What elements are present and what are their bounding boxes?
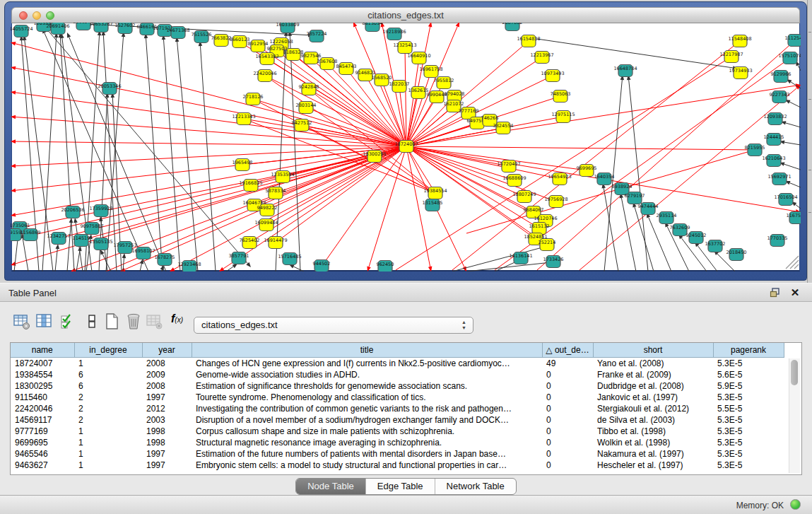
tab-network-table[interactable]: Network Table xyxy=(435,479,516,494)
graph-node-label: 20206536 xyxy=(61,207,84,213)
select-all-icon[interactable] xyxy=(59,313,78,332)
graph-node-label: 18300295 xyxy=(363,151,386,157)
table-scrollbar[interactable] xyxy=(789,358,800,473)
table-column-icon[interactable] xyxy=(35,313,54,332)
column-header-year[interactable]: year xyxy=(142,343,192,358)
graph-node-label: 13505135 xyxy=(89,239,112,245)
graph-node-label: 7955812 xyxy=(434,78,454,83)
graph-node-label: 18807249 xyxy=(512,192,536,197)
column-header-name[interactable]: name xyxy=(11,343,74,358)
graph-node-label: 1640354 xyxy=(594,174,615,180)
graph-node-label: 7515526 xyxy=(192,32,212,37)
graph-node-label: 16099484 xyxy=(254,220,278,226)
graph-node-label: 746266 xyxy=(481,115,499,121)
graph-node-label: 19654923 xyxy=(548,174,571,180)
chevron-up-down-icon: ▲▼ xyxy=(461,320,466,331)
graph-node-label: 10973493 xyxy=(541,71,564,76)
graph-node-label: 1965498 xyxy=(233,160,253,165)
table-panel: Table Panel ✕ xyxy=(0,283,812,514)
sort-asc-icon: △ xyxy=(546,345,552,355)
graph-node-label: 1362615 xyxy=(408,88,429,93)
network-graph: 1872400714055724120355320691406205527610… xyxy=(0,0,812,283)
graph-node-label: 8660123 xyxy=(230,37,250,42)
graph-node-label: 14136141 xyxy=(509,253,532,259)
close-panel-icon[interactable]: ✕ xyxy=(789,286,801,299)
graph-node-label: 1733426 xyxy=(543,257,564,262)
graph-node-label: 3824554 xyxy=(493,123,514,129)
graph-node-label: 1770335 xyxy=(767,235,788,241)
table-row[interactable]: 911546021997Tourette syndrome. Phenomeno… xyxy=(11,392,784,403)
graph-node-label: 1822037 xyxy=(389,81,410,87)
table-panel-title: Table Panel xyxy=(8,288,57,298)
column-header-pagerank[interactable]: pagerank xyxy=(713,343,784,358)
graph-node-label: 962450 xyxy=(377,262,394,267)
graph-node-label: 12975115 xyxy=(551,112,575,117)
graph-node-label: 2087682 xyxy=(502,20,523,25)
column-header-short[interactable]: short xyxy=(593,343,713,358)
graph-node-label: 9794028 xyxy=(445,91,465,97)
graph-node-label: 1167533 xyxy=(787,213,807,218)
application-window: citations_edges.txt 18724007140557241203… xyxy=(0,0,812,514)
graph-node-label: 9227343 xyxy=(770,92,790,98)
column-header-in_degree[interactable]: in_degree xyxy=(74,343,142,358)
rows-icon[interactable] xyxy=(83,313,102,332)
graph-node-label: 20691406 xyxy=(46,23,69,29)
graph-node-label: 9498222 xyxy=(257,205,278,211)
tab-edge-table[interactable]: Edge Table xyxy=(365,479,435,494)
graph-node-label: 8938924 xyxy=(612,184,632,189)
graph-node-label: 16648784 xyxy=(613,66,637,71)
table-row[interactable]: 1830029562008Estimation of significance … xyxy=(11,380,784,392)
graph-node-label: 9242848 xyxy=(299,84,319,90)
graph-node-label: 16154838 xyxy=(517,36,540,42)
graph-node-label: 16914479 xyxy=(264,238,287,243)
graph-node-label: 8427512 xyxy=(292,120,312,126)
right-edge-strip xyxy=(807,0,812,283)
graph-node-label: 17957253 xyxy=(113,243,136,248)
delete-icon[interactable] xyxy=(124,313,143,332)
graph-node-label: 16640910 xyxy=(407,53,430,59)
graph-node-label: 2935114 xyxy=(657,213,677,218)
graph-node-label: 1621072 xyxy=(444,101,464,107)
graph-node-label: 1637702 xyxy=(705,241,726,247)
function-icon[interactable]: f(x) xyxy=(171,313,189,332)
column-header-title[interactable]: title xyxy=(192,343,542,358)
graph-node-label: 19734933 xyxy=(729,68,752,74)
graph-node-label: 9129966 xyxy=(771,71,792,77)
graph-node-label: 9684067 xyxy=(524,207,544,213)
table-row[interactable]: 969969511998Structural magnetic resonanc… xyxy=(11,437,784,448)
graph-node-label: 16033809 xyxy=(276,22,299,28)
graph-node-label: 12226058 xyxy=(269,39,293,45)
graph-node-label: 15751074 xyxy=(778,53,801,59)
graph-node-label: 19218986 xyxy=(382,29,406,35)
table-row[interactable]: 2242004622012Investigating the contribut… xyxy=(11,403,784,414)
tab-node-table[interactable]: Node Table xyxy=(296,479,365,494)
graph-node-label: 944502 xyxy=(313,261,331,267)
table-row[interactable]: 977716911998Corpus callosum shape and si… xyxy=(11,426,784,437)
graph-node-label: 12213343 xyxy=(232,114,255,119)
column-header-out_de[interactable]: △ out_de… xyxy=(542,343,593,358)
new-document-icon[interactable] xyxy=(103,313,122,332)
graph-node-label: 8454743 xyxy=(336,64,357,69)
graph-node-label: 7632609 xyxy=(670,225,690,230)
graph-node-label: 6279197 xyxy=(625,193,645,199)
table-row[interactable]: 946554611997Estimation of the future num… xyxy=(11,448,784,460)
graph-node-label: 3777169 xyxy=(459,108,479,114)
table-settings-icon[interactable] xyxy=(13,313,31,332)
graph-node-label: 22420046 xyxy=(253,71,276,76)
table-row[interactable]: 1938455462009Genome-wide association stu… xyxy=(11,369,784,380)
table-row[interactable]: 1456911722003Disruption of a novel membe… xyxy=(11,414,784,426)
graph-node-label: 12325413 xyxy=(393,42,416,48)
graph-node-label: 16210643 xyxy=(762,156,785,161)
float-window-icon[interactable] xyxy=(770,287,782,298)
graph-node-label: 1615132 xyxy=(529,223,550,229)
table-row[interactable]: 946362711997Embryonic stem cells: a mode… xyxy=(11,460,784,471)
graph-node-label: 1315485 xyxy=(423,200,443,206)
graph-node-label: 114519 xyxy=(73,235,90,241)
graph-node-label: 16120746 xyxy=(534,216,557,221)
memory-status-label: Memory: OK xyxy=(736,501,784,510)
graph-node-label: 10688609 xyxy=(502,175,526,181)
table-row[interactable]: 1872400712008Changes of HCN gene express… xyxy=(11,358,784,370)
graph-node-label: 1156869 xyxy=(20,230,41,235)
network-select-dropdown[interactable]: citations_edges.txt ▲▼ xyxy=(194,317,473,334)
table-scrollbar-thumb[interactable] xyxy=(791,360,798,385)
